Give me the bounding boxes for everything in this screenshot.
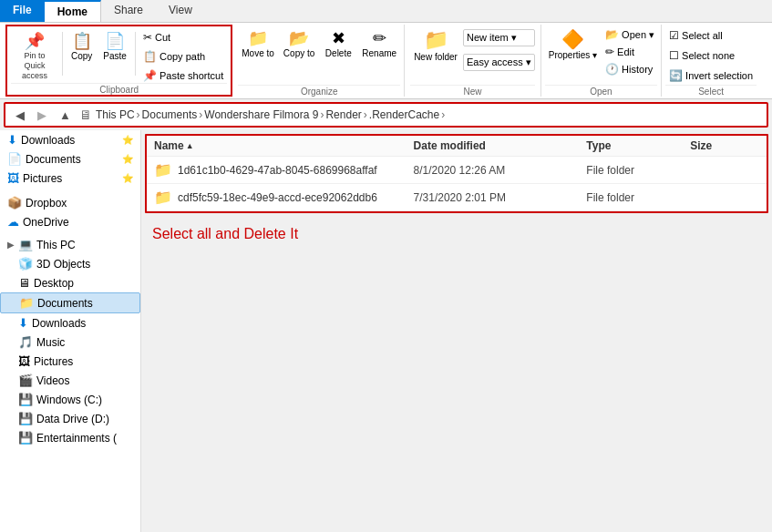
rename-button[interactable]: ✏ Rename (358, 26, 400, 60)
new-folder-button[interactable]: 📁 New folder (410, 26, 461, 64)
select-all-button[interactable]: ☑ Select all (665, 27, 757, 44)
copy-path-button[interactable]: 📋 Copy path (139, 47, 227, 66)
select-section: ☑ Select all ☐ Select none 🔄 Invert sele… (662, 25, 760, 97)
sidebar-item-onedrive[interactable]: ☁ OneDrive (0, 212, 140, 231)
open-label: Open (545, 85, 657, 97)
open-section: 🔶 Properties ▾ 📂 Open ▾ ✏ Edit 🕐 History (541, 25, 662, 97)
sidebar-item-downloads[interactable]: ⬇ Downloads (0, 313, 140, 332)
nav-up-button[interactable]: ▲ (55, 107, 76, 124)
file-list-header: Name ▲ Date modified Type Size (147, 136, 767, 157)
address-path: This PC › Documents › Wondershare Filmor… (96, 108, 445, 121)
sidebar-item-music[interactable]: 🎵 Music (0, 332, 140, 352)
col-header-date[interactable]: Date modified (414, 139, 587, 152)
new-item-button[interactable]: New item ▾ (463, 29, 535, 46)
col-header-size[interactable]: Size (690, 139, 759, 152)
copy-button[interactable]: Copy (71, 51, 92, 61)
sidebar-item-pictures-quick[interactable]: 🖼 Pictures ⭐ (0, 169, 140, 188)
open-button[interactable]: 📂 Open ▾ (602, 26, 657, 43)
path-part-thispc[interactable]: This PC (96, 108, 135, 121)
main-file-area: Name ▲ Date modified Type Size 📁 1d61c1b… (141, 130, 772, 532)
view-tab[interactable]: View (156, 0, 205, 22)
path-part-filmora[interactable]: Wondershare Filmora 9 (204, 108, 318, 121)
history-button[interactable]: 🕐 History (602, 61, 657, 77)
new-section: 📁 New folder New item ▾ Easy access ▾ Ne… (405, 25, 541, 97)
delete-button[interactable]: ✖ Delete (320, 26, 356, 60)
sidebar-item-dropbox[interactable]: 📦 Dropbox (0, 193, 140, 212)
sidebar-item-documents-quick[interactable]: 📄 Documents ⭐ (0, 149, 140, 169)
copy-to-button[interactable]: 📂 Copy to (280, 26, 318, 60)
properties-button[interactable]: 🔶 Properties ▾ (545, 26, 601, 62)
sidebar-item-documents[interactable]: 📁 Documents (0, 292, 140, 313)
paste-shortcut-button[interactable]: 📌 Paste shortcut (139, 66, 227, 85)
organize-label: Organize (238, 85, 400, 97)
sidebar-item-videos[interactable]: 🎬 Videos (0, 371, 140, 390)
folder-icon: 📁 (154, 161, 172, 179)
address-bar: ◀ ▶ ▲ 🖥 This PC › Documents › Wondershar… (4, 102, 768, 128)
file-tab[interactable]: File (0, 0, 45, 22)
invert-selection-button[interactable]: 🔄 Invert selection (665, 67, 757, 84)
easy-access-button[interactable]: Easy access ▾ (463, 54, 535, 71)
select-label: Select (665, 85, 757, 97)
share-tab[interactable]: Share (101, 0, 156, 22)
sidebar-item-entertainments[interactable]: 💾 Entertainments ( (0, 428, 140, 447)
file-list-container: Name ▲ Date modified Type Size 📁 1d61c1b… (145, 134, 768, 213)
nav-back-button[interactable]: ◀ (11, 107, 29, 124)
edit-button[interactable]: ✏ Edit (602, 44, 657, 60)
clipboard-section: 📌 Pin to Quick access 📋 Copy 📄 Paste (5, 25, 232, 97)
new-label: New (410, 85, 535, 97)
path-part-documents[interactable]: Documents (142, 108, 198, 121)
sidebar-item-desktop[interactable]: 🖥 Desktop (0, 273, 140, 292)
table-row[interactable]: 📁 cdf5fc59-18ec-49e9-accd-ece92062ddb6 7… (147, 184, 767, 211)
cut-button[interactable]: ✂ Cut (139, 28, 227, 46)
home-tab[interactable]: Home (45, 0, 101, 22)
sidebar-item-downloads-quick[interactable]: ⬇ Downloads ⭐ (0, 130, 140, 149)
sidebar-item-3d-objects[interactable]: 🧊 3D Objects (0, 254, 140, 273)
sidebar-item-this-pc[interactable]: ▶ 💻 This PC (0, 235, 140, 254)
sidebar-item-windows-c[interactable]: 💾 Windows (C:) (0, 390, 140, 409)
organize-section: 📁 Move to 📂 Copy to ✖ Delete ✏ Rename Or… (234, 25, 405, 97)
sidebar: ⬇ Downloads ⭐ 📄 Documents ⭐ 🖼 Pictures ⭐… (0, 130, 141, 532)
nav-forward-button[interactable]: ▶ (33, 107, 51, 124)
path-part-render[interactable]: Render (325, 108, 361, 121)
folder-icon: 📁 (154, 189, 172, 206)
pin-to-quick-access-button[interactable]: 📌 Pin to Quick access (11, 28, 58, 83)
clipboard-label: Clipboard (11, 83, 227, 95)
sidebar-item-data-drive-d[interactable]: 💾 Data Drive (D:) (0, 409, 140, 428)
sidebar-item-pictures[interactable]: 🖼 Pictures (0, 352, 140, 371)
select-none-button[interactable]: ☐ Select none (665, 47, 757, 64)
path-part-rendercache[interactable]: .RenderCache (369, 108, 439, 121)
paste-button[interactable]: Paste (103, 51, 127, 61)
instruction-text: Select all and Delete It (145, 213, 768, 255)
table-row[interactable]: 📁 1d61c1b0-4629-47ab-8045-6869968affaf 8… (147, 157, 767, 184)
move-to-button[interactable]: 📁 Move to (238, 26, 278, 60)
col-header-name[interactable]: Name ▲ (154, 139, 414, 152)
col-header-type[interactable]: Type (586, 139, 690, 152)
